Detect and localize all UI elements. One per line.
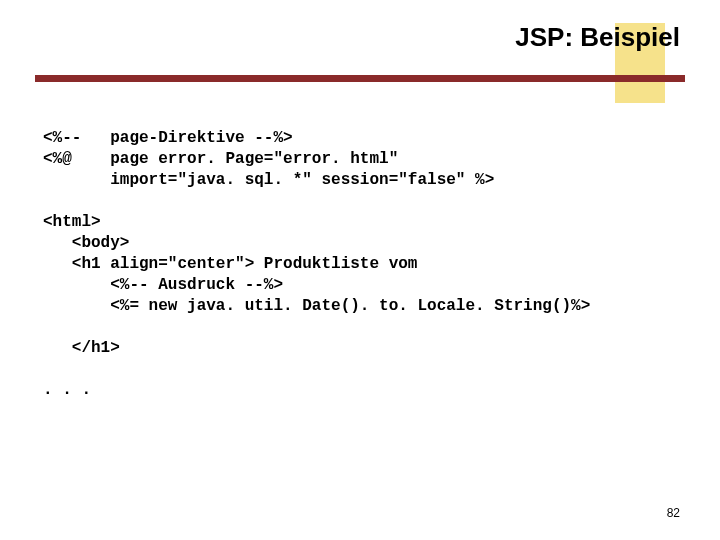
code-line: <%-- Ausdruck --%> [43,276,283,294]
code-line: <html> [43,213,101,231]
code-line: </h1> [43,339,120,357]
code-line: <%-- page-Direktive --%> [43,129,293,147]
code-line: <%@ page error. Page="error. html" [43,150,398,168]
code-line: <h1 align="center"> Produktliste vom [43,255,417,273]
code-line: <%= new java. util. Date(). to. Locale. … [43,297,590,315]
page-number: 82 [667,506,680,520]
code-line: import="java. sql. *" session="false" %> [43,171,494,189]
code-block: <%-- page-Direktive --%> <%@ page error.… [43,128,680,401]
code-line: . . . [43,381,91,399]
code-line: <body> [43,234,129,252]
horizontal-rule [35,75,685,82]
slide-title: JSP: Beispiel [515,22,680,53]
